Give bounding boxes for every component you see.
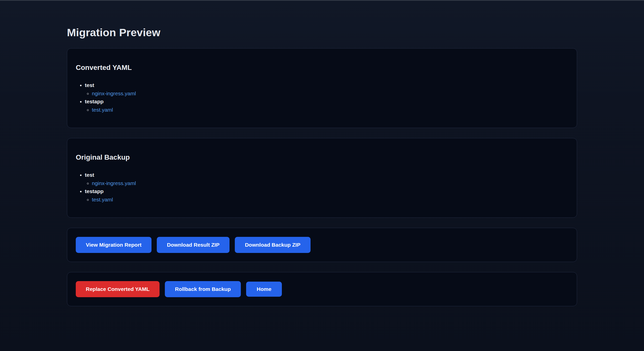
converted-yaml-file-tree: test nginx-ingress.yaml testapp test.yam… — [76, 81, 568, 114]
original-backup-heading: Original Backup — [76, 153, 568, 161]
rollback-from-backup-button[interactable]: Rollback from Backup — [165, 281, 241, 297]
namespace-item: testapp test.yaml — [85, 187, 568, 204]
namespace-item: testapp test.yaml — [85, 98, 568, 114]
namespace-label: test — [85, 172, 94, 178]
converted-yaml-card: Converted YAML test nginx-ingress.yaml t… — [67, 48, 577, 128]
file-item: nginx-ingress.yaml — [92, 90, 568, 98]
namespace-label: testapp — [85, 188, 104, 194]
file-item: test.yaml — [92, 106, 568, 114]
file-item: nginx-ingress.yaml — [92, 179, 568, 188]
backup-file-link-test[interactable]: test.yaml — [92, 197, 113, 202]
converted-file-link-nginx-ingress[interactable]: nginx-ingress.yaml — [92, 91, 136, 96]
namespace-label: testapp — [85, 99, 104, 104]
download-actions-card: View Migration Report Download Result ZI… — [67, 228, 577, 262]
file-item: test.yaml — [92, 196, 568, 204]
original-backup-card: Original Backup test nginx-ingress.yaml … — [67, 138, 577, 218]
converted-file-link-test[interactable]: test.yaml — [92, 107, 113, 113]
download-backup-zip-button[interactable]: Download Backup ZIP — [235, 237, 311, 253]
download-result-zip-button[interactable]: Download Result ZIP — [157, 237, 230, 253]
main-container: Migration Preview Converted YAML test ng… — [67, 1, 577, 306]
home-button[interactable]: Home — [246, 282, 282, 297]
migration-actions-card: Replace Converted YAML Rollback from Bac… — [67, 272, 577, 306]
backup-file-link-nginx-ingress[interactable]: nginx-ingress.yaml — [92, 180, 136, 186]
page-title: Migration Preview — [67, 26, 577, 39]
converted-yaml-heading: Converted YAML — [76, 64, 568, 72]
namespace-label: test — [85, 82, 94, 88]
replace-converted-yaml-button[interactable]: Replace Converted YAML — [76, 281, 160, 297]
original-backup-file-tree: test nginx-ingress.yaml testapp test.yam… — [76, 171, 568, 204]
namespace-item: test nginx-ingress.yaml — [85, 81, 568, 98]
view-migration-report-button[interactable]: View Migration Report — [76, 237, 151, 253]
namespace-item: test nginx-ingress.yaml — [85, 171, 568, 187]
